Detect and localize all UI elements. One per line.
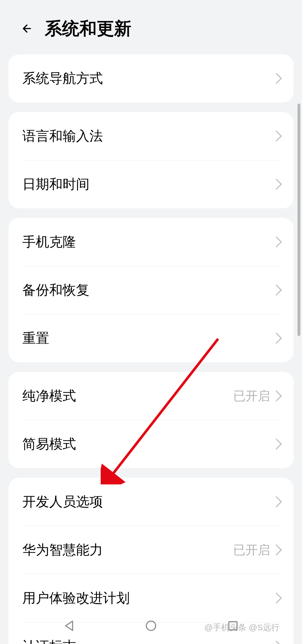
item-date-time[interactable]: 日期和时间 bbox=[8, 160, 294, 208]
item-backup-restore[interactable]: 备份和恢复 bbox=[8, 266, 294, 314]
chevron-right-icon bbox=[275, 332, 282, 344]
item-pure-mode[interactable]: 纯净模式 已开启 bbox=[8, 372, 294, 420]
nav-home-button[interactable] bbox=[143, 617, 159, 634]
nav-back-button[interactable] bbox=[61, 617, 77, 634]
item-right bbox=[275, 332, 282, 344]
item-label: 简易模式 bbox=[22, 435, 76, 453]
group-navigation: 系统导航方式 bbox=[8, 54, 294, 102]
chevron-right-icon bbox=[275, 72, 282, 85]
chevron-right-icon bbox=[275, 496, 282, 508]
watermark: @手机头条 @S远行 bbox=[204, 622, 280, 633]
item-label: 华为智慧能力 bbox=[22, 541, 103, 559]
item-label: 日期和时间 bbox=[22, 175, 89, 193]
item-right bbox=[275, 438, 282, 450]
item-right bbox=[275, 284, 282, 296]
item-right bbox=[275, 130, 282, 142]
item-system-navigation[interactable]: 系统导航方式 bbox=[8, 54, 294, 102]
item-simple-mode[interactable]: 简易模式 bbox=[8, 420, 294, 468]
item-developer-options[interactable]: 开发人员选项 bbox=[8, 478, 294, 526]
scrollbar[interactable] bbox=[298, 104, 300, 336]
item-label: 手机克隆 bbox=[22, 233, 76, 251]
item-right bbox=[275, 236, 282, 248]
chevron-right-icon bbox=[275, 284, 282, 296]
chevron-right-icon bbox=[275, 544, 282, 556]
item-right bbox=[275, 178, 282, 190]
chevron-right-icon bbox=[275, 390, 282, 402]
chevron-right-icon bbox=[275, 130, 282, 142]
item-value: 已开启 bbox=[233, 388, 270, 404]
item-label: 系统导航方式 bbox=[22, 69, 103, 87]
item-right: 已开启 bbox=[233, 542, 282, 558]
item-huawei-ai[interactable]: 华为智慧能力 已开启 bbox=[8, 526, 294, 574]
item-language-input[interactable]: 语言和输入法 bbox=[8, 112, 294, 160]
header: 系统和更新 bbox=[0, 0, 302, 54]
item-label: 重置 bbox=[22, 329, 49, 347]
chevron-right-icon bbox=[275, 178, 282, 190]
item-label: 语言和输入法 bbox=[22, 127, 103, 145]
chevron-right-icon bbox=[275, 438, 282, 450]
item-right bbox=[275, 72, 282, 85]
item-right bbox=[275, 592, 282, 604]
group-language-date: 语言和输入法 日期和时间 bbox=[8, 112, 294, 208]
item-label: 纯净模式 bbox=[22, 387, 76, 405]
chevron-right-icon bbox=[275, 592, 282, 604]
svg-point-4 bbox=[146, 621, 155, 630]
back-button[interactable] bbox=[17, 20, 34, 37]
svg-marker-3 bbox=[65, 621, 72, 630]
item-phone-clone[interactable]: 手机克隆 bbox=[8, 218, 294, 266]
item-right: 已开启 bbox=[233, 388, 282, 404]
item-label: 开发人员选项 bbox=[22, 493, 103, 511]
item-value: 已开启 bbox=[233, 542, 270, 558]
settings-content: 系统导航方式 语言和输入法 日期和时间 bbox=[0, 54, 302, 644]
chevron-right-icon bbox=[275, 236, 282, 248]
page-title: 系统和更新 bbox=[45, 17, 131, 40]
group-modes: 纯净模式 已开启 简易模式 bbox=[8, 372, 294, 468]
item-right bbox=[275, 496, 282, 508]
item-label: 用户体验改进计划 bbox=[22, 589, 130, 607]
item-label: 备份和恢复 bbox=[22, 281, 89, 299]
group-clone-backup-reset: 手机克隆 备份和恢复 重置 bbox=[8, 218, 294, 362]
item-reset[interactable]: 重置 bbox=[8, 314, 294, 362]
